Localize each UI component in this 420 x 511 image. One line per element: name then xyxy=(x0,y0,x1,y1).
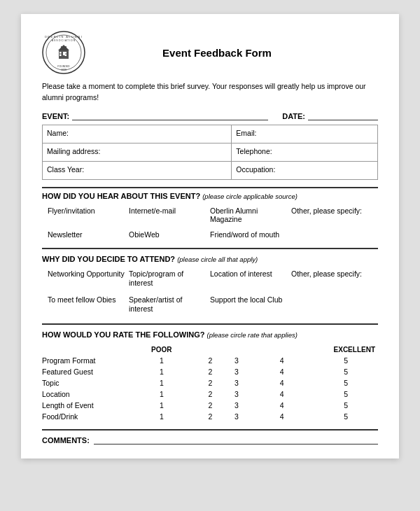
form-header: OBERLIN ALUMNI ASSOCIATION FOUNDED 1839 … xyxy=(42,31,378,74)
rating-val: 1 xyxy=(126,377,197,388)
form-title: Event Feedback Form xyxy=(99,47,335,59)
comments-input-line[interactable] xyxy=(94,435,378,444)
mailing-label: Mailing address: xyxy=(43,143,232,161)
rating-row: Topic 1 2 3 4 5 xyxy=(42,377,378,388)
logo-icon: OBERLIN ALUMNI ASSOCIATION FOUNDED 1839 xyxy=(42,31,85,74)
rating-val: 1 xyxy=(126,355,197,366)
rating-val: 5 xyxy=(314,377,378,388)
email-label: Email: xyxy=(232,125,378,143)
hear-item: Flyer/invitation xyxy=(48,204,129,225)
rating-val: 5 xyxy=(314,355,378,366)
rating-val: 2 xyxy=(197,400,224,411)
hear-grid: Flyer/invitation Internet/e-mail Oberlin… xyxy=(42,203,378,242)
event-input-line[interactable] xyxy=(72,111,268,120)
hear-item: Internet/e-mail xyxy=(129,204,210,225)
rating-val: 2 xyxy=(197,377,224,388)
attend-note: (please circle all that apply) xyxy=(177,255,258,263)
hear-item: Other, please specify: xyxy=(291,204,372,225)
rating-val: 2 xyxy=(197,366,224,377)
hear-item: Friend/word of mouth xyxy=(210,228,291,241)
rating-val: 4 xyxy=(250,366,314,377)
rating-val: 1 xyxy=(126,366,197,377)
rating-item: Program Format xyxy=(42,355,126,366)
event-date-row: EVENT: DATE: xyxy=(42,111,378,120)
svg-text:1839: 1839 xyxy=(61,69,66,71)
rating-val: 4 xyxy=(250,377,314,388)
rating-table: POOR EXCELLENT Program Format 1 2 3 4 5 … xyxy=(42,344,378,422)
attend-item: To meet fellow Obies xyxy=(48,293,129,316)
svg-text:ASSOCIATION: ASSOCIATION xyxy=(52,39,76,42)
attend-grid: Networking Opportunity Topic/program ofi… xyxy=(42,266,378,318)
svg-text:FOUNDED: FOUNDED xyxy=(57,65,70,68)
excellent-label: EXCELLENT xyxy=(250,344,378,355)
rating-val: 5 xyxy=(314,388,378,400)
hear-item xyxy=(291,228,372,241)
rating-item: Location xyxy=(42,388,126,400)
table-row: Class Year: Occupation: xyxy=(43,161,378,179)
rating-row: Featured Guest 1 2 3 4 5 xyxy=(42,366,378,377)
poor-label: POOR xyxy=(126,344,197,355)
rating-row: Program Format 1 2 3 4 5 xyxy=(42,355,378,366)
name-label: Name: xyxy=(43,125,232,143)
table-row: Name: Email: xyxy=(43,125,378,143)
event-label: EVENT: xyxy=(42,112,69,120)
comments-label: COMMENTS: xyxy=(42,436,90,444)
attend-item: Location of interest xyxy=(210,267,291,290)
attend-item: Support the local Club xyxy=(210,293,291,316)
rating-row: Length of Event 1 2 3 4 5 xyxy=(42,400,378,411)
svg-rect-5 xyxy=(59,52,62,54)
rating-val: 2 xyxy=(197,388,224,400)
attend-item: Networking Opportunity xyxy=(48,267,129,290)
rating-val: 5 xyxy=(314,366,378,377)
rating-val: 3 xyxy=(223,377,250,388)
date-input-line[interactable] xyxy=(308,111,378,120)
rating-col-3 xyxy=(223,344,250,355)
rating-val: 2 xyxy=(197,411,224,422)
hear-item: Newsletter xyxy=(48,228,129,241)
occupation-label: Occupation: xyxy=(232,161,378,179)
attend-section-header: WHY DID YOU DECIDE TO ATTEND? (please ci… xyxy=(42,255,378,263)
rating-val: 4 xyxy=(250,411,314,422)
rating-val: 1 xyxy=(126,411,197,422)
rating-item: Food/Drink xyxy=(42,411,126,422)
attend-item xyxy=(291,293,372,316)
rating-val: 4 xyxy=(250,388,314,400)
feedback-form: OBERLIN ALUMNI ASSOCIATION FOUNDED 1839 … xyxy=(21,14,399,458)
rating-row: Food/Drink 1 2 3 4 5 xyxy=(42,411,378,422)
svg-marker-9 xyxy=(58,45,69,50)
hear-section-header: HOW DID YOU HEAR ABOUT THIS EVENT? (plea… xyxy=(42,187,378,200)
rating-val: 4 xyxy=(250,400,314,411)
hear-item: ObieWeb xyxy=(129,228,210,241)
rating-row: Location 1 2 3 4 5 xyxy=(42,388,378,400)
rating-val: 3 xyxy=(223,366,250,377)
class-year-label: Class Year: xyxy=(43,161,232,179)
hear-note: (please circle applicable source) xyxy=(202,192,298,200)
info-table: Name: Email: Mailing address: Telephone:… xyxy=(42,125,378,180)
svg-rect-6 xyxy=(65,52,67,54)
svg-rect-8 xyxy=(65,55,67,57)
rating-val: 5 xyxy=(314,411,378,422)
svg-rect-7 xyxy=(59,55,62,57)
rating-val: 3 xyxy=(223,388,250,400)
rating-val: 1 xyxy=(126,400,197,411)
attend-item: Other, please specify: xyxy=(291,267,372,290)
table-row: Mailing address: Telephone: xyxy=(43,143,378,161)
telephone-label: Telephone: xyxy=(232,143,378,161)
rating-val: 1 xyxy=(126,388,197,400)
rating-val: 3 xyxy=(223,400,250,411)
hear-item: Oberlin Alumni Magazine xyxy=(210,204,291,225)
divider xyxy=(42,323,378,325)
rating-val: 3 xyxy=(223,355,250,366)
divider xyxy=(42,248,378,249)
rating-val: 5 xyxy=(314,400,378,411)
rating-item: Featured Guest xyxy=(42,366,126,377)
rating-val: 2 xyxy=(197,355,224,366)
rating-item-col-header xyxy=(42,344,126,355)
rating-header-row: POOR EXCELLENT xyxy=(42,344,378,355)
intro-text: Please take a moment to complete this br… xyxy=(42,81,378,104)
rating-val: 4 xyxy=(250,355,314,366)
rating-val: 3 xyxy=(223,411,250,422)
date-label: DATE: xyxy=(282,112,305,120)
rating-col-2 xyxy=(197,344,224,355)
svg-text:OBERLIN ALUMNI: OBERLIN ALUMNI xyxy=(45,35,83,38)
